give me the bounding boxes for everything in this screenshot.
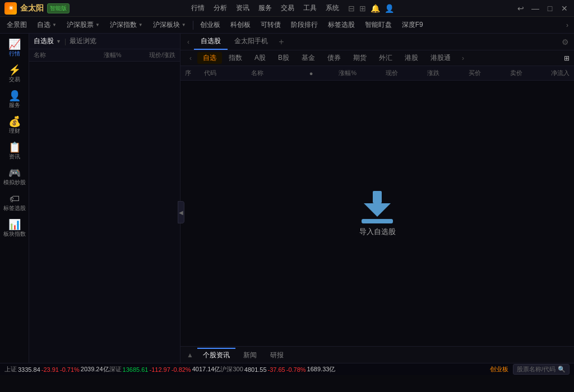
hs300-change: -37.65 [268, 366, 285, 373]
search-placeholder: 股票名称/代码 [517, 365, 556, 374]
tab-add-button[interactable]: + [275, 34, 288, 50]
chevron-icon: ▼ [52, 22, 57, 27]
search-box[interactable]: 股票名称/代码 🔍 [513, 364, 570, 375]
menu-hq[interactable]: 行情 [191, 3, 205, 13]
shzz-pct: -0.71% [60, 366, 80, 373]
sub-tab-zixuan[interactable]: 自选 [197, 52, 222, 64]
info-tab-yanbao[interactable]: 研报 [265, 348, 289, 362]
sidebar-item-jy[interactable]: ⚡ 交易 [1, 62, 28, 86]
chevron-icon: ▼ [182, 22, 186, 27]
sys-icon-4[interactable]: 👤 [385, 4, 394, 13]
sub-tab-waihui[interactable]: 外汇 [373, 52, 398, 64]
sub-tab-next[interactable]: › [457, 50, 469, 66]
bqxg-label: 标签选股 [3, 205, 26, 212]
szsz-value: 13685.61 [123, 366, 149, 373]
grid-view-button[interactable]: ⊞ [564, 54, 570, 62]
watchlist-label: 自选股 [34, 36, 54, 46]
main-layout: 📈 行情 ⚡ 交易 👤 服务 💰 理财 📋 资讯 🎮 模拟炒股 🏷 标签选股 � [0, 34, 574, 363]
status-hs300: 沪深300 4801.55 -37.65 -0.78% 1689.33亿 [220, 365, 335, 374]
title-bar: ☀ 金太阳 智能版 行情 分析 资讯 服务 交易 工具 系统 ⊟ ⊞ 🔔 👤 ↩… [0, 0, 574, 17]
sidebar-item-zx[interactable]: 📋 资讯 [1, 139, 28, 164]
lc-label: 理财 [9, 128, 20, 134]
toolbar-biaoqian[interactable]: 标签选股 [323, 18, 359, 32]
sidebar-item-bqxg[interactable]: 🏷 标签选股 [1, 190, 28, 215]
th-seq: 序 [185, 69, 202, 77]
sub-tab-prev[interactable]: ‹ [185, 50, 196, 66]
sidebar-item-mncg[interactable]: 🎮 模拟炒股 [1, 165, 28, 189]
shzz-change: -23.91 [41, 366, 59, 373]
sub-tab-bgu[interactable]: B股 [272, 52, 295, 64]
tab-jintaiyang[interactable]: 金太阳手机 [228, 34, 275, 50]
bottom-info-bar: ▲ 个股资讯 新闻 研报 [180, 346, 574, 363]
toolbar-more[interactable]: › [563, 19, 572, 31]
expand-button[interactable]: ▲ [185, 350, 195, 360]
toolbar-hushen-zs[interactable]: 沪深指数 ▼ [105, 18, 147, 32]
col-name: 名称 [34, 51, 96, 59]
separator: | [64, 38, 66, 45]
empty-state: 导入自选股 [359, 190, 396, 237]
toolbar-zixuan[interactable]: 自选 ▼ [33, 18, 61, 32]
hs300-label: 沪深300 [220, 365, 243, 374]
table-header: 序 代码 名称 ● 涨幅% 现价 涨跌 买价 卖价 净流入 [180, 66, 574, 81]
toolbar-kechuangban[interactable]: 科创板 [226, 18, 255, 32]
svg-rect-2 [362, 219, 393, 223]
tab-zixuan[interactable]: 自选股 [194, 34, 228, 50]
sub-tab-zhaiquan[interactable]: 债券 [322, 52, 346, 64]
sub-tab-ganggu[interactable]: 港股 [399, 52, 424, 64]
toolbar-quanjingtu[interactable]: 全景图 [2, 18, 31, 32]
hq-icon: 📈 [8, 39, 21, 49]
info-tab-news[interactable]: 新闻 [238, 348, 262, 362]
hs300-volume: 1689.33亿 [307, 365, 336, 374]
undo-button[interactable]: ↩ [516, 3, 526, 13]
sidebar-item-hq[interactable]: 📈 行情 [1, 36, 28, 60]
sidebar-item-fw[interactable]: 👤 服务 [1, 87, 28, 112]
sys-icon-3[interactable]: 🔔 [371, 4, 380, 13]
fw-label: 服务 [9, 102, 20, 109]
sys-icon-2[interactable]: ⊞ [359, 4, 366, 13]
toolbar-jieduan[interactable]: 阶段排行 [286, 18, 322, 32]
collapse-button[interactable]: ◀ [178, 201, 184, 223]
th-sell: 卖价 [483, 69, 522, 77]
toolbar-hushen-gp[interactable]: 沪深股票 ▼ [62, 18, 104, 32]
menu-zx[interactable]: 资讯 [236, 3, 249, 13]
minimize-button[interactable]: — [530, 3, 540, 13]
sub-tab-jijin[interactable]: 基金 [296, 52, 321, 64]
menu-fx[interactable]: 分析 [214, 3, 227, 13]
tab-bar-right: ⚙ [558, 35, 572, 49]
sub-tab-qihuo[interactable]: 期货 [348, 52, 372, 64]
svg-rect-0 [373, 191, 382, 203]
tab-prev-button[interactable]: ‹ [183, 34, 194, 50]
title-left: ☀ 金太阳 智能版 [4, 2, 70, 15]
toolbar-zhengpan[interactable]: 智能盯盘 [360, 18, 396, 32]
search-icon[interactable]: 🔍 [558, 366, 566, 373]
toolbar-kezhuan[interactable]: 可转债 [256, 18, 285, 32]
chuangyeban-link[interactable]: 创业板 [490, 365, 508, 374]
th-dot: ● [307, 70, 315, 77]
info-tab-ggzx[interactable]: 个股资讯 [197, 348, 235, 362]
jy-icon: ⚡ [8, 65, 21, 75]
recent-tab[interactable]: 最近浏览 [70, 36, 96, 46]
toolbar-chuangyeban[interactable]: 创业板 [196, 18, 225, 32]
menu-gj[interactable]: 工具 [303, 3, 317, 13]
app-badge: 智能版 [47, 3, 70, 13]
zx-label: 资讯 [9, 153, 20, 160]
tab-settings-button[interactable]: ⚙ [558, 35, 572, 49]
watchlist-tab[interactable]: 自选股 ▼ [34, 36, 61, 46]
menu-fw[interactable]: 服务 [258, 3, 272, 13]
sidebar-item-lc[interactable]: 💰 理财 [1, 113, 28, 138]
toolbar-hushen-bk[interactable]: 沪深板块 ▼ [149, 18, 191, 32]
th-pct: 涨幅% [317, 69, 357, 77]
menu-xt[interactable]: 系统 [326, 3, 339, 13]
close-button[interactable]: ✕ [559, 3, 570, 13]
bkzs-label: 板块指数 [3, 231, 26, 237]
toolbar-shendu[interactable]: 深度F9 [397, 18, 428, 32]
import-icon-container[interactable]: 导入自选股 [359, 190, 396, 237]
fw-icon: 👤 [8, 91, 21, 101]
sub-tab-agu[interactable]: A股 [249, 52, 271, 64]
sub-tab-zhishu[interactable]: 指数 [223, 52, 248, 64]
sub-tab-ganggutong[interactable]: 港股通 [425, 52, 456, 64]
maximize-button[interactable]: □ [545, 3, 555, 13]
sys-icon-1[interactable]: ⊟ [348, 4, 355, 13]
menu-jy[interactable]: 交易 [281, 3, 294, 13]
sidebar-item-bkzs[interactable]: 📊 板块指数 [1, 216, 28, 241]
